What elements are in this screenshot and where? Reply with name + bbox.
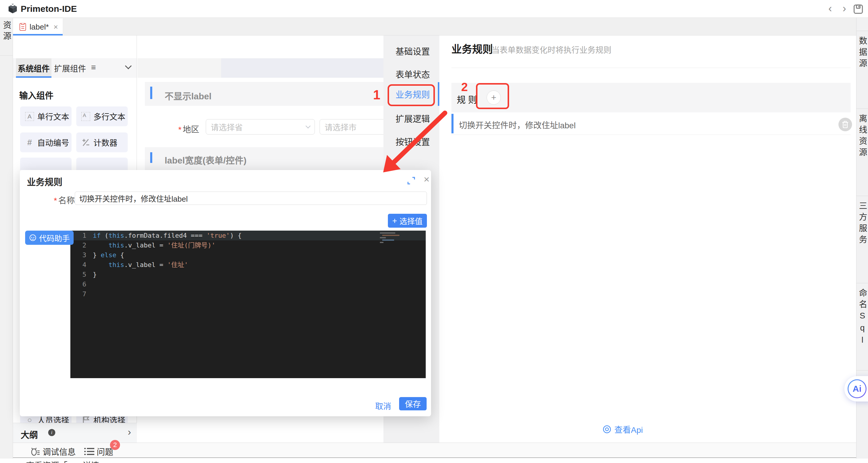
required-asterisk: * — [178, 125, 182, 134]
maximize-icon[interactable] — [407, 177, 415, 185]
form-toolbar-selection — [221, 58, 383, 78]
collapse-chevron-icon[interactable] — [126, 64, 131, 68]
view-api-label: 查看Api — [614, 423, 643, 435]
select-value-button[interactable]: + 选择值 — [388, 214, 427, 228]
outline-row[interactable]: 大纲 i › — [13, 423, 137, 442]
active-menu-indicator — [438, 82, 439, 106]
tab-close-icon[interactable]: × — [54, 23, 58, 32]
settings-panel: 基础设置 表单状态 业务规则 扩展逻辑 按钮设置 业务规则 当表单数据变化时将执… — [383, 35, 856, 442]
chevron-down-icon — [306, 124, 311, 129]
component-button-partial[interactable] — [76, 158, 128, 170]
view-api-link[interactable]: 查看Api — [602, 423, 643, 435]
component-multi-line-text[interactable]: A 多行文本 — [76, 106, 128, 126]
status-row: 查看资源「...」详情 — [0, 459, 868, 463]
plus-icon: + — [392, 216, 397, 225]
multi-line-text-icon: A — [81, 112, 91, 121]
annotation-box-business-rules — [388, 84, 435, 106]
info-icon: i — [48, 429, 55, 436]
minimap[interactable] — [380, 233, 401, 248]
divider — [857, 18, 868, 31]
divider — [452, 68, 850, 68]
cancel-button[interactable]: 取消 — [375, 400, 391, 411]
problems-count-badge: 2 — [110, 440, 120, 450]
rail-item-data-source[interactable]: 数据源 — [857, 31, 868, 109]
list-icon — [84, 447, 94, 456]
annotation-box-add-rule — [476, 83, 509, 109]
app-logo-icon — [8, 4, 18, 14]
nav-back-icon[interactable]: ‹ — [825, 2, 835, 15]
form-toolbar — [137, 58, 221, 78]
debug-info-button[interactable]: 调试信息 — [30, 445, 76, 457]
bottom-bar: 调试信息 问题 2 — [13, 442, 856, 458]
expand-outline-icon[interactable]: › — [128, 426, 131, 438]
resources-label: 资源 — [1, 21, 12, 55]
counter-icon — [81, 138, 91, 147]
auto-number-icon: # — [24, 138, 35, 147]
section-title: 不显示label — [165, 89, 211, 102]
rule-name-input[interactable]: 切换开关控件时，修改住址label — [75, 192, 427, 205]
single-line-text-icon: A — [24, 112, 35, 121]
component-button-partial[interactable] — [20, 158, 71, 170]
ai-assistant-button[interactable]: Ai — [844, 376, 868, 402]
close-icon[interactable]: × — [421, 174, 433, 185]
section-accent-bar — [150, 87, 152, 99]
eye-target-icon — [602, 425, 611, 434]
business-rules-heading: 业务规则 — [452, 41, 493, 56]
component-single-line-text[interactable]: A 单行文本 — [20, 106, 71, 126]
section-accent-bar — [150, 152, 152, 163]
tab-system-components[interactable]: 系统组件 — [16, 58, 52, 78]
status-text: 查看资源「...」详情 — [26, 459, 99, 463]
left-rail: 资源 — [0, 18, 13, 463]
bug-icon — [30, 446, 40, 457]
settings-item-form-state[interactable]: 表单状态 — [383, 65, 439, 83]
rail-item-named-sql[interactable]: 命名Sql — [857, 283, 868, 370]
rule-list-item[interactable]: 切换开关控件时，修改住址label — [452, 112, 850, 135]
component-panel-tabs: 系统组件 扩展组件 ≡ — [13, 58, 136, 78]
active-tab-underline — [13, 34, 63, 35]
province-placeholder: 请选择省 — [211, 121, 306, 133]
component-auto-number[interactable]: # 自动编号 — [20, 132, 71, 152]
code-editor[interactable]: 1if (this.formData.filed4 === 'true') {2… — [70, 230, 426, 378]
form-file-icon — [20, 23, 26, 31]
settings-item-basic[interactable]: 基础设置 — [383, 42, 439, 60]
code-lines: 1if (this.formData.filed4 === 'true') {2… — [70, 230, 426, 299]
outline-title: 大纲 — [21, 428, 38, 440]
province-select[interactable]: 请选择省 — [206, 119, 315, 134]
tab-title: label* — [30, 23, 49, 32]
annotation-step-1: 1 — [373, 88, 380, 102]
annotation-step-2: 2 — [461, 81, 468, 94]
nav-forward-icon[interactable]: › — [839, 2, 850, 15]
rail-item-third-party-services[interactable]: 三方服务 — [857, 196, 868, 283]
ide-screen: Primeton-IDE ‹ › 资源 label* × — [0, 0, 868, 463]
business-rules-subtitle: 当表单数据变化时将执行业务规则 — [492, 44, 611, 55]
problems-button[interactable]: 问题 — [84, 445, 113, 457]
tab-extended-components[interactable]: 扩展组件 — [54, 58, 86, 78]
rules-header-bar: 规 则 + — [452, 83, 850, 112]
region-field-label: *地区 — [148, 123, 199, 135]
rule-accent-bar — [452, 114, 454, 133]
tab-strip: label* × — [13, 18, 856, 35]
rule-name-label: *名称 — [32, 194, 75, 206]
rules-label: 规 则 — [457, 93, 477, 105]
business-rule-modal: 业务规则 × *名称 切换开关控件时，修改住址label + 选择值 代码助手 … — [20, 170, 431, 416]
code-assistant-button[interactable]: 代码助手 — [25, 230, 73, 245]
save-icon[interactable] — [853, 4, 863, 14]
rail-item-offline-resources[interactable]: 离线资源 — [857, 109, 868, 196]
component-counter[interactable]: 计数器 — [76, 132, 128, 152]
modal-title: 业务规则 — [27, 175, 62, 188]
tab-label[interactable]: label* × — [13, 18, 63, 35]
form-section-no-label[interactable]: 不显示label — [145, 82, 383, 106]
sidebar-item-resources[interactable]: 资源 — [0, 18, 13, 56]
delete-rule-button[interactable] — [838, 118, 852, 131]
rule-name: 切换开关控件时，修改住址label — [459, 119, 576, 131]
component-list-menu-icon[interactable]: ≡ — [91, 63, 96, 72]
save-button[interactable]: 保存 — [399, 397, 427, 410]
settings-item-extended-logic[interactable]: 扩展逻辑 — [383, 110, 439, 127]
settings-item-button-settings[interactable]: 按钮设置 — [383, 132, 439, 150]
assistant-icon — [29, 234, 37, 242]
required-asterisk: * — [54, 196, 57, 205]
input-components-title: 输入组件 — [19, 89, 54, 101]
top-bar: Primeton-IDE ‹ › — [0, 0, 868, 18]
app-title: Primeton-IDE — [21, 4, 77, 14]
rule-name-value: 切换开关控件时，修改住址label — [79, 193, 188, 204]
